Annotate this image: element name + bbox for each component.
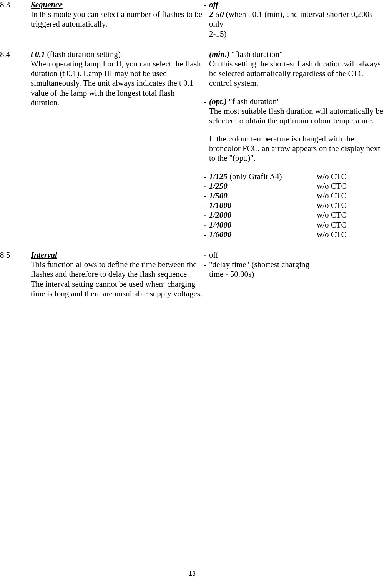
value-off: off xyxy=(209,250,384,260)
speed-value: 1/1000 xyxy=(209,201,231,210)
section-body-2: The interval setting cannot be used when… xyxy=(31,279,204,299)
dash: - xyxy=(204,260,209,279)
list-item: - "delay time" (shortest charging time -… xyxy=(204,260,384,279)
speed-value: 1/6000 xyxy=(209,230,231,239)
section-body: When operating lamp I or II, you can sel… xyxy=(31,59,204,108)
opt-desc-2: If the colour temperature is changed wit… xyxy=(209,134,384,163)
speed-list: -1/125 (only Grafit A4)w/o CTC-1/250w/o … xyxy=(204,172,384,239)
left-column: Interval This function allows to define … xyxy=(31,250,204,299)
dash: - xyxy=(204,50,209,88)
speed-value: 1/4000 xyxy=(209,220,231,229)
dash: - xyxy=(204,220,209,230)
dash: - xyxy=(204,10,209,39)
dash: - xyxy=(204,172,209,181)
section-number: 8.5 xyxy=(0,250,31,299)
section-title: Interval xyxy=(31,250,57,259)
list-item: - 2-50 (when t 0.1 (min), and interval s… xyxy=(204,10,384,39)
list-item: - (min.) "flash duration" On this settin… xyxy=(204,50,384,88)
speed-note: (only Grafit A4) xyxy=(228,172,282,181)
section-8-5: 8.5 Interval This function allows to def… xyxy=(0,250,384,299)
min-quote: "flash duration" xyxy=(229,50,282,59)
min-label: (min.) xyxy=(209,50,229,59)
delay-line-2: time - 50.00s) xyxy=(209,269,254,279)
list-item: -1/500w/o CTC xyxy=(204,191,384,201)
value-desc: (when t 0.1 (min), and interval shorter … xyxy=(209,10,372,28)
speed-value: 1/2000 xyxy=(209,210,231,219)
dash: - xyxy=(204,191,209,201)
section-8-3: 8.3 Sequence In this mode you can select… xyxy=(0,0,384,39)
speed-ctc: w/o CTC xyxy=(317,201,384,210)
speed-value: 1/125 xyxy=(209,172,228,181)
page-number: 13 xyxy=(0,570,384,577)
speed-ctc: w/o CTC xyxy=(317,230,384,239)
dash: - xyxy=(204,181,209,191)
speed-ctc: w/o CTC xyxy=(317,172,384,181)
section-body: In this mode you can select a number of … xyxy=(31,10,204,29)
min-desc: On this setting the shortest flash durat… xyxy=(209,59,384,88)
speed-value: 1/250 xyxy=(209,181,228,191)
section-8-4: 8.4 t 0.1 (flash duration setting) When … xyxy=(0,50,384,239)
value-range: 2-50 xyxy=(209,10,224,19)
right-column: - off - "delay time" (shortest charging … xyxy=(204,250,384,299)
list-item: -1/6000w/o CTC xyxy=(204,230,384,239)
section-title-rest: (flash duration setting) xyxy=(45,50,121,59)
speed-ctc: w/o CTC xyxy=(317,191,384,201)
section-number: 8.3 xyxy=(0,0,31,39)
section-title: Sequence xyxy=(31,0,63,9)
speed-ctc: w/o CTC xyxy=(317,181,384,191)
dash: - xyxy=(204,0,209,10)
section-number: 8.4 xyxy=(0,50,31,239)
right-column: - off - 2-50 (when t 0.1 (min), and inte… xyxy=(204,0,384,39)
speed-ctc: w/o CTC xyxy=(317,220,384,230)
list-item: -1/2000w/o CTC xyxy=(204,210,384,220)
list-item: -1/4000w/o CTC xyxy=(204,220,384,230)
speed-ctc: w/o CTC xyxy=(317,210,384,220)
dash: - xyxy=(204,210,209,220)
opt-quote: "flash duration" xyxy=(227,97,280,106)
speed-value: 1/500 xyxy=(209,191,228,200)
section-title-bold: t 0.1 xyxy=(31,50,45,59)
left-column: t 0.1 (flash duration setting) When oper… xyxy=(31,50,204,239)
list-item: - off xyxy=(204,250,384,260)
value-desc-cont: 2-15) xyxy=(209,29,227,38)
dash: - xyxy=(204,97,209,163)
list-item: -1/125 (only Grafit A4)w/o CTC xyxy=(204,172,384,181)
value-off: off xyxy=(209,0,218,9)
section-body-1: This function allows to define the time … xyxy=(31,260,204,279)
opt-label: (opt.) xyxy=(209,97,227,106)
right-column: - (min.) "flash duration" On this settin… xyxy=(204,50,384,239)
dash: - xyxy=(204,201,209,210)
list-item: - (opt.) "flash duration" The most suita… xyxy=(204,97,384,163)
list-item: -1/250w/o CTC xyxy=(204,181,384,191)
left-column: Sequence In this mode you can select a n… xyxy=(31,0,204,39)
list-item: - off xyxy=(204,0,384,10)
delay-line-1: "delay time" (shortest charging xyxy=(209,260,309,269)
list-item: -1/1000w/o CTC xyxy=(204,201,384,210)
dash: - xyxy=(204,250,209,260)
opt-desc-1: The most suitable flash duration will au… xyxy=(209,106,384,126)
dash: - xyxy=(204,230,209,239)
